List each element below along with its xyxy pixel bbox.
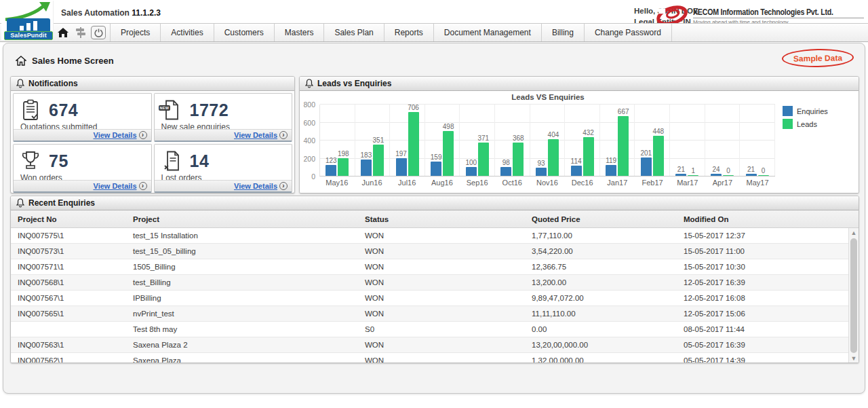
x-axis-label-dec16: Dec16 <box>565 179 600 187</box>
bar-value-label: 100 <box>465 159 477 166</box>
bar-leads-jan17: 667 <box>618 116 629 176</box>
chart-panel-header: Leads vs Enquiries <box>300 77 859 91</box>
table-cell: INQ007575\1 <box>11 228 126 243</box>
bar-value-label: 21 <box>747 166 755 173</box>
nav-tab-projects[interactable]: Projects <box>111 24 161 41</box>
enquiries-table-body-region: INQ007575\1test_15 InstallationWON1,77,1… <box>11 228 859 363</box>
new-enquiry-document-icon: NEW <box>161 98 182 122</box>
notification-card-won-orders: 75 Won orders View Details › <box>13 144 152 193</box>
nav-tab-customers[interactable]: Customers <box>214 24 275 41</box>
table-cell: 3,54,220.00 <box>525 244 677 259</box>
lost-order-document-icon <box>161 149 182 172</box>
table-scrollbar[interactable]: ▲ ▼ <box>848 228 859 363</box>
nav-icons <box>56 24 110 41</box>
table-cell: WON <box>358 291 525 305</box>
chart-group-aug16: 159498 <box>425 105 460 176</box>
signpost-icon[interactable] <box>73 26 88 39</box>
bar-leads-nov16: 404 <box>548 139 559 176</box>
leads-vs-enquiries-panel: Leads vs Enquiries Leads VS Enquiries 02… <box>299 76 859 193</box>
view-details-link[interactable]: View Details › <box>234 131 288 139</box>
nav-tab-reports[interactable]: Reports <box>384 24 434 41</box>
nav-tab-masters[interactable]: Masters <box>275 24 325 41</box>
scroll-down-icon[interactable]: ▼ <box>849 354 859 363</box>
table-cell: 05-05-2017 14:39 <box>677 353 859 363</box>
bar-value-label: 371 <box>477 134 489 142</box>
bar-value-label: 119 <box>606 157 616 164</box>
card-footer: View Details › <box>14 180 151 191</box>
bar-enquiries-nov16: 93 <box>536 168 547 176</box>
bar-enquiries-apr17: 24 <box>711 174 722 176</box>
table-cell: test_Billing <box>126 275 358 290</box>
table-row[interactable]: INQ007575\1test_15 InstallationWON1,77,1… <box>11 228 859 244</box>
salespundit-logo: SalesPundit <box>1 1 54 40</box>
new-enquiries-count: 1772 <box>190 100 229 120</box>
chart-group-jul16: 197706 <box>390 105 425 176</box>
nav-tab-sales-plan[interactable]: Sales Plan <box>324 24 384 41</box>
table-row[interactable]: INQ007567\1IPBillingWON9,89,47,072.0012-… <box>11 291 859 306</box>
chevron-right-icon: › <box>139 182 147 190</box>
bar-enquiries-mar17: 21 <box>675 174 686 176</box>
bar-enquiries-jan17: 119 <box>606 165 616 176</box>
table-row[interactable]: INQ007573\1test_15_05_billingWON3,54,220… <box>11 244 859 259</box>
table-row[interactable]: INQ007563\1Saxena Plaza 2WON13,20,00,000… <box>11 337 859 353</box>
chart-title: Leads VS Enquiries <box>320 93 776 101</box>
bell-icon <box>16 79 24 88</box>
column-header-project: Project <box>126 210 358 227</box>
power-icon[interactable] <box>91 26 106 39</box>
table-cell: 12-05-2017 16:08 <box>677 291 859 305</box>
x-axis-label-jan17: Jan17 <box>600 179 635 187</box>
nav-tab-document-management[interactable]: Document Management <box>434 24 542 41</box>
table-cell: WON <box>358 306 525 321</box>
bar-leads-oct16: 368 <box>513 143 524 176</box>
nav-tab-activities[interactable]: Activities <box>161 24 214 41</box>
bar-value-label: 706 <box>408 104 419 111</box>
card-footer: View Details › <box>155 180 292 191</box>
bar-value-label: 21 <box>677 166 685 173</box>
bar-leads-may17: 0 <box>758 175 769 177</box>
y-tick-label: 0 <box>311 172 315 181</box>
table-row[interactable]: Test 8th mayS00.0008-05-2017 11:44 <box>11 322 859 337</box>
bar-leads-may16: 198 <box>338 158 349 176</box>
table-cell: nvPrint_test <box>126 306 358 321</box>
view-details-link[interactable]: View Details › <box>94 131 147 139</box>
bell-icon <box>305 79 313 88</box>
chart-group-oct16: 98368 <box>495 105 530 176</box>
bar-value-label: 351 <box>373 136 384 144</box>
page-root: SalesPundit Sales Automation 11.1.2.3 He… <box>0 0 868 408</box>
table-cell: INQ007563\1 <box>11 337 126 352</box>
table-cell: 9,89,47,072.00 <box>525 291 677 305</box>
nav-tab-change-password[interactable]: Change Password <box>585 24 672 41</box>
view-details-link[interactable]: View Details › <box>94 182 147 190</box>
notifications-panel: Notifications <box>10 76 295 193</box>
table-cell: WON <box>358 353 525 363</box>
chevron-right-icon: › <box>279 131 288 139</box>
chart-group-may17: 210 <box>740 105 775 176</box>
chart-legend: EnquiriesLeads <box>783 106 828 129</box>
table-cell: Saxena Plaza <box>126 353 358 363</box>
bar-value-label: 114 <box>571 157 582 165</box>
scroll-up-icon[interactable]: ▲ <box>849 228 859 238</box>
table-row[interactable]: INQ007571\11505_BillingWON12,366.7515-05… <box>11 259 859 275</box>
legend-label: Leads <box>797 120 817 128</box>
bar-value-label: 197 <box>395 150 407 157</box>
won-orders-count: 75 <box>49 151 68 171</box>
app-title: Sales Automation 11.1.2.3 <box>61 8 161 18</box>
nav-tab-billing[interactable]: Billing <box>542 24 585 41</box>
scrollbar-thumb[interactable] <box>850 238 857 353</box>
x-axis-label-aug16: Aug16 <box>425 179 460 187</box>
table-row[interactable]: INQ007565\1nvPrint_testWON11,11,110.0012… <box>11 306 859 322</box>
table-row[interactable]: INQ007568\1test_BillingWON13,200.0012-05… <box>11 275 859 291</box>
table-cell: Saxena Plaza 2 <box>126 337 358 352</box>
table-cell: INQ007562\1 <box>11 353 126 363</box>
notification-card-new-enquiries: NEW 1772 New sale enquiries View Details… <box>154 93 293 142</box>
legend-label: Enquiries <box>797 107 828 115</box>
table-cell: INQ007567\1 <box>11 291 126 305</box>
column-header-status: Status <box>358 210 525 227</box>
chart-group-dec16: 114432 <box>565 105 600 176</box>
table-row[interactable]: INQ007562\1Saxena PlazaWON1,32,00,000.00… <box>11 353 859 363</box>
view-details-link[interactable]: View Details › <box>234 182 288 190</box>
home-icon[interactable] <box>56 26 71 39</box>
top-header: SalesPundit Sales Automation 11.1.2.3 He… <box>0 0 868 23</box>
legend-swatch-leads <box>783 119 793 129</box>
table-cell: WON <box>358 228 525 243</box>
